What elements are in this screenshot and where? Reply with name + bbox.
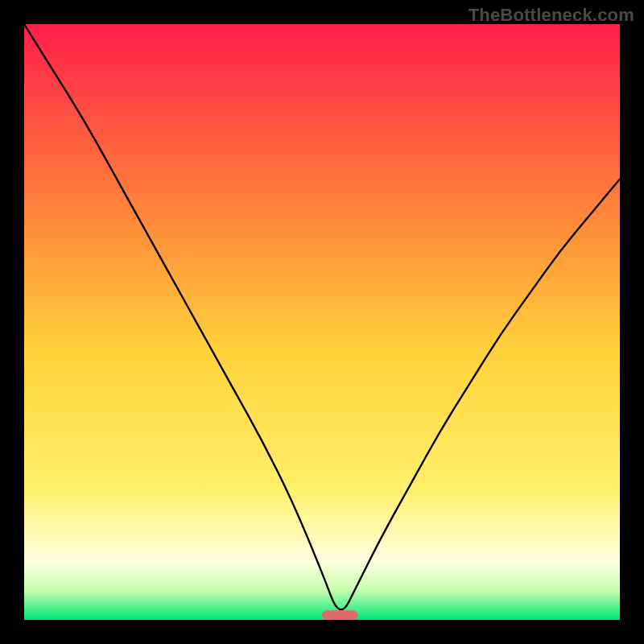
curve-layer [24,24,620,620]
chart-frame: TheBottleneck.com [0,0,644,644]
bottleneck-curve [24,24,620,609]
optimal-marker [322,610,357,620]
watermark-text: TheBottleneck.com [469,5,634,26]
plot-area [24,24,620,620]
